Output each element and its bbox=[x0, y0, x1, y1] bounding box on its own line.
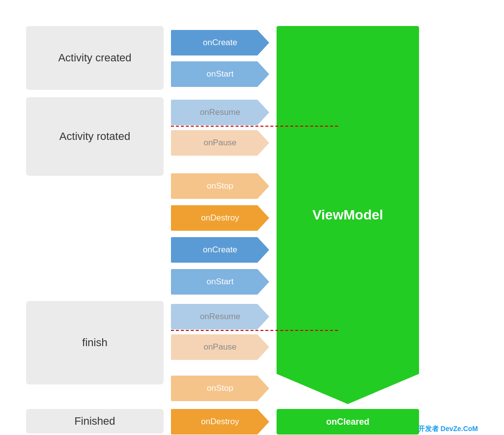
arrow-oncreate-1: onCreate bbox=[171, 30, 269, 55]
viewmodel-block: ViewModel bbox=[277, 26, 419, 404]
watermark: 开发者 DevZe.CoM bbox=[418, 425, 478, 434]
finished-label: Finished bbox=[26, 409, 164, 434]
diagram: Activity created Activity rotated finish… bbox=[16, 11, 488, 424]
activity-created-label: Activity created bbox=[26, 26, 164, 90]
arrow-onstart-1: onStart bbox=[171, 61, 269, 87]
finish-label: finish bbox=[26, 301, 164, 384]
dashed-line-2 bbox=[171, 330, 338, 331]
arrow-onstop-1: onStop bbox=[171, 173, 269, 199]
arrow-onstart-2: onStart bbox=[171, 269, 269, 295]
arrow-onresume-2: onResume bbox=[171, 304, 269, 329]
arrow-onstop-2: onStop bbox=[171, 376, 269, 401]
arrow-ondestroy-2: onDestroy bbox=[171, 409, 269, 435]
arrow-onpause-1: onPause bbox=[171, 130, 269, 156]
dashed-line-1 bbox=[171, 126, 338, 127]
arrow-oncreate-2: onCreate bbox=[171, 237, 269, 263]
arrow-onresume-1: onResume bbox=[171, 100, 269, 125]
activity-rotated-label: Activity rotated bbox=[26, 97, 164, 176]
arrow-ondestroy-1: onDestroy bbox=[171, 205, 269, 231]
oncleared-block: onCleared bbox=[277, 409, 419, 435]
arrow-onpause-2: onPause bbox=[171, 334, 269, 360]
